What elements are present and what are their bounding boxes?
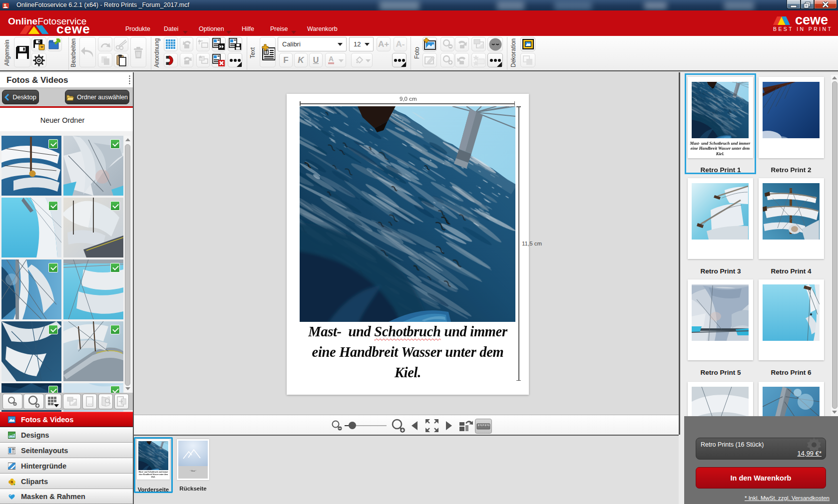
svg-text:A: A [329,55,334,63]
